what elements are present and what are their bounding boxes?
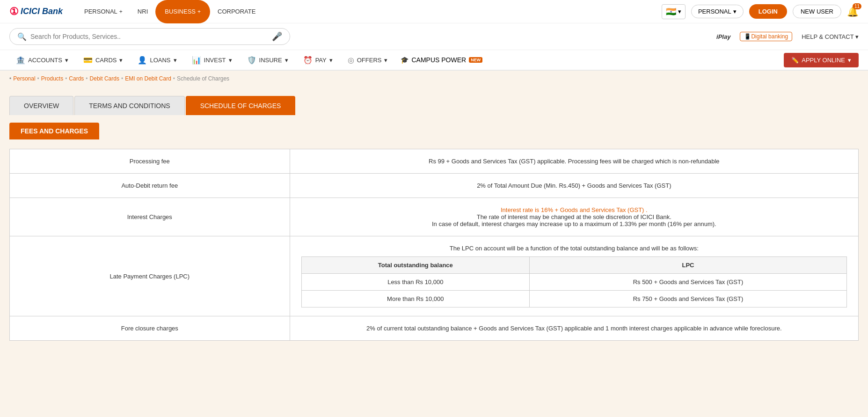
dropdown-icon-invest: ▾ (229, 57, 232, 64)
dropdown-icon: ▾ (65, 57, 68, 64)
search-right-area: iPlay 📱 Digital banking HELP & CONTACT ▾ (716, 32, 859, 41)
tabs-section: OVERVIEW TERMS AND CONDITIONS SCHEDULE O… (0, 87, 868, 139)
digital-banking-icon: 📱 (744, 33, 751, 40)
breadcrumb-products[interactable]: Products (41, 75, 63, 82)
balance-less-10k: Less than Rs 10,000 (301, 274, 529, 291)
fee-value-interest: Interest rate is 16% + Goods and Service… (290, 198, 858, 236)
table-row: Interest Charges Interest rate is 16% + … (10, 198, 859, 236)
fee-value-processing: Rs 99 + Goods and Services Tax (GST) app… (290, 149, 858, 174)
offers-icon: ◎ (348, 56, 354, 65)
flag-dropdown-icon: ▾ (678, 8, 681, 15)
search-input-wrap[interactable]: 🔍 🎤 (9, 28, 290, 45)
dropdown-icon-apply: ▾ (848, 57, 851, 64)
tab-schedule-charges[interactable]: SCHEDULE OF CHARGES (186, 96, 296, 115)
iplay-logo[interactable]: iPlay (716, 33, 730, 40)
sub-tab-fees-charges[interactable]: FEES AND CHARGES (9, 123, 99, 139)
separator3: • (86, 75, 88, 82)
mainnav-accounts[interactable]: 🏦 ACCOUNTS ▾ (9, 50, 75, 70)
dropdown-icon-pay: ▾ (329, 57, 333, 64)
tabs-row: OVERVIEW TERMS AND CONDITIONS SCHEDULE O… (9, 96, 859, 115)
fee-value-lpc: The LPC on account will be a function of… (290, 236, 858, 316)
logo[interactable]: ① ICICI Bank (9, 6, 63, 18)
mainnav-cards[interactable]: 💳 CARDS ▾ (77, 50, 130, 70)
col-outstanding-balance: Total outstanding balance (301, 257, 529, 274)
table-row: Less than Rs 10,000 Rs 500 + Goods and S… (301, 274, 846, 291)
search-input[interactable] (30, 33, 272, 40)
flag-selector[interactable]: 🇮🇳 ▾ (662, 4, 686, 19)
fee-name-interest: Interest Charges (10, 198, 290, 236)
col-lpc: LPC (529, 257, 846, 274)
breadcrumb-emi[interactable]: EMI on Debit Card (125, 75, 171, 82)
bank-name: ICICI Bank (21, 7, 63, 16)
table-row: Processing fee Rs 99 + Goods and Service… (10, 149, 859, 174)
nav-personal[interactable]: PERSONAL + (77, 0, 130, 23)
interest-line3: In case of default, interest charges may… (301, 220, 847, 227)
invest-icon: 📊 (192, 56, 201, 65)
fee-value-auto-debit: 2% of Total Amount Due (Min. Rs.450) + G… (290, 174, 858, 198)
fee-name-foreclosure: Fore closure charges (10, 316, 290, 341)
flag-icon: 🇮🇳 (666, 7, 676, 17)
new-user-button[interactable]: NEW USER (793, 5, 841, 18)
mainnav-insure[interactable]: 🛡️ INSURE ▾ (241, 50, 295, 70)
breadcrumb-debit-cards[interactable]: Debit Cards (90, 75, 119, 82)
table-row: Auto-Debit return fee 2% of Total Amount… (10, 174, 859, 198)
content-area: Processing fee Rs 99 + Goods and Service… (0, 139, 868, 359)
notification-bell[interactable]: 🔔 11 (847, 6, 859, 17)
mainnav-loans[interactable]: 👤 LOANS ▾ (131, 50, 183, 70)
separator5: • (173, 75, 175, 82)
login-button[interactable]: LOGIN (749, 4, 787, 19)
main-nav: 🏦 ACCOUNTS ▾ 💳 CARDS ▾ 👤 LOANS ▾ 📊 INVES… (0, 50, 868, 71)
digital-banking-logo[interactable]: 📱 Digital banking (740, 32, 792, 41)
lpc-less-10k: Rs 500 + Goods and Services Tax (GST) (529, 274, 846, 291)
plus-icon: + (119, 8, 123, 15)
cards-icon: 💳 (83, 56, 93, 65)
search-icon: 🔍 (17, 32, 27, 41)
icici-logo-icon: ① (9, 6, 19, 18)
apply-online-button[interactable]: ✏️ APPLY ONLINE ▾ (784, 53, 859, 67)
chevron-down-icon-help: ▾ (855, 33, 859, 40)
nav-nri[interactable]: NRI (130, 0, 155, 23)
dropdown-icon-loans: ▾ (174, 57, 177, 64)
notification-count: 11 (853, 3, 861, 9)
microphone-icon[interactable]: 🎤 (272, 31, 282, 42)
loans-icon: 👤 (138, 56, 147, 65)
mainnav-invest[interactable]: 📊 INVEST ▾ (185, 50, 239, 70)
fee-name-auto-debit: Auto-Debit return fee (10, 174, 290, 198)
breadcrumb-personal[interactable]: Personal (13, 75, 35, 82)
separator: • (37, 75, 39, 82)
separator4: • (121, 75, 123, 82)
chevron-down-icon: ▾ (733, 8, 737, 15)
lpc-nested-table: Total outstanding balance LPC Less than … (301, 256, 847, 307)
mainnav-offers[interactable]: ◎ OFFERS ▾ (341, 50, 394, 70)
top-nav: ① ICICI Bank PERSONAL + NRI BUSINESS + C… (0, 0, 868, 23)
dropdown-icon-offers: ▾ (384, 57, 387, 64)
tab-terms-conditions[interactable]: TERMS AND CONDITIONS (74, 96, 184, 115)
interest-line2: The rate of interest may be changed at t… (301, 213, 847, 220)
table-header-row: Total outstanding balance LPC (301, 257, 846, 274)
table-row: Fore closure charges 2% of current total… (10, 316, 859, 341)
help-contact-link[interactable]: HELP & CONTACT ▾ (802, 33, 859, 40)
mainnav-campus-power[interactable]: 🎓 CAMPUS POWER NEW (396, 56, 487, 64)
lpc-intro-text: The LPC on account will be a function of… (301, 245, 847, 252)
dropdown-icon-cards: ▾ (119, 57, 123, 64)
edit-icon: ✏️ (791, 57, 799, 64)
charges-table: Processing fee Rs 99 + Goods and Service… (9, 149, 859, 341)
balance-more-10k: More than Rs 10,000 (301, 291, 529, 307)
plus-icon-business: + (197, 8, 201, 15)
personal-button[interactable]: PERSONAL ▾ (691, 5, 744, 18)
breadcrumb: • Personal • Products • Cards • Debit Ca… (0, 71, 868, 87)
bullet-icon: • (9, 75, 11, 82)
fee-name-processing: Processing fee (10, 149, 290, 174)
search-bar: 🔍 🎤 iPlay 📱 Digital banking HELP & CONTA… (0, 23, 868, 50)
separator2: • (65, 75, 67, 82)
fee-name-lpc: Late Payment Charges (LPC) (10, 236, 290, 316)
nav-business[interactable]: BUSINESS + (155, 0, 210, 23)
mainnav-pay[interactable]: ⏰ PAY ▾ (297, 50, 339, 70)
interest-line1: Interest rate is 16% + Goods and Service… (301, 206, 847, 213)
breadcrumb-current: Schedule of Charges (177, 75, 229, 82)
nav-corporate[interactable]: CORPORATE (210, 0, 263, 23)
lpc-more-10k: Rs 750 + Goods and Services Tax (GST) (529, 291, 846, 307)
tab-overview[interactable]: OVERVIEW (9, 96, 73, 115)
dropdown-icon-insure: ▾ (285, 57, 288, 64)
breadcrumb-cards[interactable]: Cards (69, 75, 84, 82)
